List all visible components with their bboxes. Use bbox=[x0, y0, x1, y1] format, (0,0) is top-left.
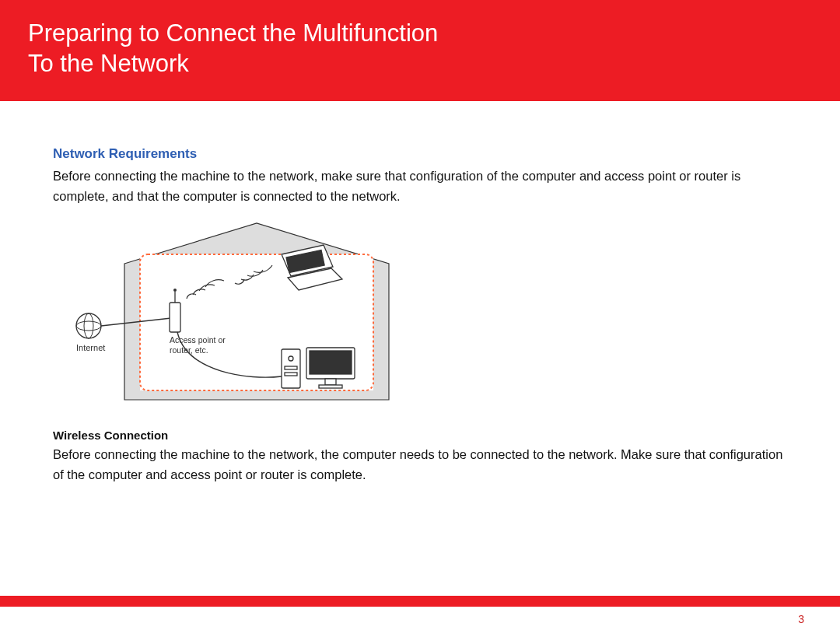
section-heading: Network Requirements bbox=[53, 146, 787, 162]
svg-point-8 bbox=[173, 289, 177, 292]
wireless-heading: Wireless Connection bbox=[53, 429, 787, 442]
intro-text: Before connecting the machine to the net… bbox=[53, 166, 787, 206]
svg-point-2 bbox=[76, 313, 101, 338]
svg-rect-15 bbox=[310, 351, 352, 374]
internet-icon bbox=[76, 313, 101, 338]
svg-rect-17 bbox=[319, 385, 342, 388]
network-diagram: Internet Access point or router, etc. bbox=[54, 217, 787, 415]
svg-rect-13 bbox=[285, 373, 297, 376]
ap-label-1: Access point or bbox=[170, 335, 226, 345]
page-title: Preparing to Connect the Multifunction T… bbox=[28, 19, 812, 79]
svg-rect-6 bbox=[170, 303, 180, 332]
desktop-tower-icon bbox=[282, 349, 300, 388]
footer-stripe bbox=[0, 596, 840, 607]
header: Preparing to Connect the Multifunction T… bbox=[0, 0, 840, 101]
title-line-2: To the Network bbox=[28, 50, 189, 77]
content: Network Requirements Before connecting t… bbox=[0, 101, 840, 485]
wireless-body: Before connecting the machine to the net… bbox=[53, 445, 787, 485]
title-line-1: Preparing to Connect the Multifunction bbox=[28, 19, 438, 47]
internet-label: Internet bbox=[76, 343, 105, 352]
svg-rect-12 bbox=[285, 366, 297, 369]
diagram-svg: Internet Access point or router, etc. bbox=[54, 217, 420, 411]
page-number: 3 bbox=[798, 613, 804, 625]
svg-rect-16 bbox=[325, 379, 336, 385]
